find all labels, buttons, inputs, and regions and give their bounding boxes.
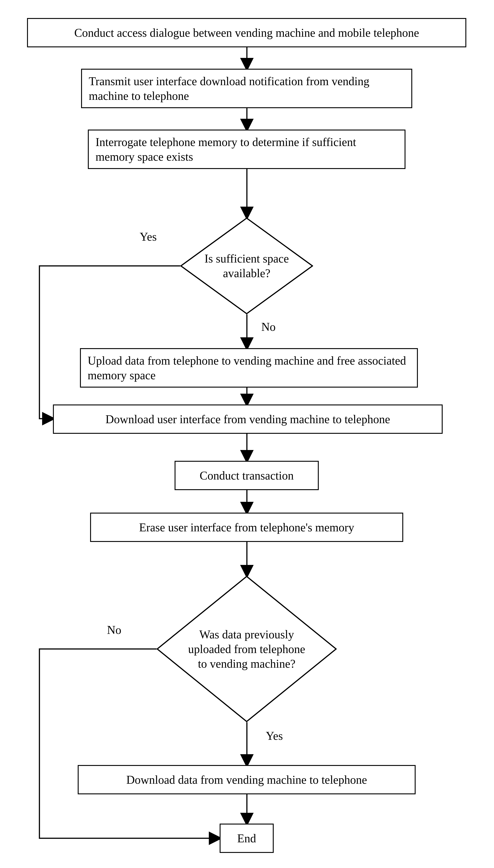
step-text: Conduct transaction bbox=[200, 468, 293, 483]
step-upload-free-memory: Upload data from telephone to vending ma… bbox=[80, 348, 418, 388]
step-text: Upload data from telephone to vending ma… bbox=[88, 353, 410, 383]
step-text: Erase user interface from telephone's me… bbox=[139, 520, 354, 535]
step-interrogate-memory: Interrogate telephone memory to determin… bbox=[88, 130, 405, 169]
flowchart-canvas: Conduct access dialogue between vending … bbox=[0, 0, 494, 868]
decision-sufficient-space: Is sufficient space available? bbox=[180, 218, 313, 314]
decision-data-uploaded: Was data previously uploaded from teleph… bbox=[156, 576, 337, 722]
decision-text: Was data previously uploaded from teleph… bbox=[156, 576, 337, 722]
step-download-data-back: Download data from vending machine to te… bbox=[78, 765, 416, 794]
step-text: Download data from vending machine to te… bbox=[126, 772, 367, 787]
step-transmit-notification: Transmit user interface download notific… bbox=[81, 69, 412, 108]
step-text: Transmit user interface download notific… bbox=[89, 74, 404, 103]
label-yes: Yes bbox=[266, 729, 283, 743]
step-conduct-transaction: Conduct transaction bbox=[175, 461, 319, 490]
label-no: No bbox=[107, 623, 121, 637]
step-text: Download user interface from vending mac… bbox=[106, 412, 390, 427]
step-download-ui: Download user interface from vending mac… bbox=[53, 404, 443, 434]
step-end: End bbox=[220, 824, 274, 853]
label-no: No bbox=[261, 320, 276, 334]
decision-text: Is sufficient space available? bbox=[180, 218, 313, 314]
step-text: End bbox=[237, 831, 256, 846]
step-erase-ui: Erase user interface from telephone's me… bbox=[90, 513, 403, 542]
step-text: Conduct access dialogue between vending … bbox=[74, 25, 419, 40]
step-access-dialogue: Conduct access dialogue between vending … bbox=[27, 18, 466, 47]
label-yes: Yes bbox=[140, 230, 157, 244]
step-text: Interrogate telephone memory to determin… bbox=[96, 135, 398, 164]
